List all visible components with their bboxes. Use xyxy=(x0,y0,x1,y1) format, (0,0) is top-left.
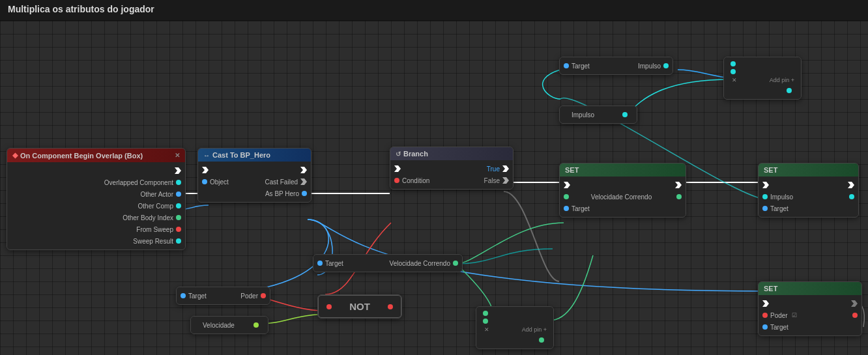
node-set-poder-header: SET xyxy=(759,282,861,295)
set-poder-pin-target: Target xyxy=(759,321,861,333)
node-velocidade-body: Velocidade xyxy=(191,317,268,334)
pin-other-comp[interactable] xyxy=(176,203,181,208)
pin-target-poder-in[interactable] xyxy=(181,293,186,298)
pin-overlapped-component[interactable] xyxy=(176,180,181,185)
addpin2-row3: ✕ Add pin + xyxy=(729,76,796,85)
node-overlap-body: Overlapped Component Other Actor Other C… xyxy=(7,162,185,249)
node-set-vel-body: Velocidade Correndo Target xyxy=(560,177,686,217)
pin-addpin1-out[interactable] xyxy=(539,337,544,343)
node-addpin1-body: ✕ Add pin + xyxy=(476,307,553,348)
pin-poder-in[interactable] xyxy=(762,313,768,318)
pin-sweep-result[interactable] xyxy=(176,238,181,244)
addpin2-add-label[interactable]: Add pin + xyxy=(770,77,794,83)
blueprint-canvas[interactable]: ◆ On Component Begin Overlap (Box) ✕ Ove… xyxy=(0,21,868,355)
node-branch-header: ↺ Branch xyxy=(390,147,513,160)
node-impulso-standalone[interactable]: Impulso xyxy=(559,106,637,124)
pin-not-in[interactable] xyxy=(326,304,332,309)
node-branch-title: Branch xyxy=(403,150,428,158)
addpin1-out-row xyxy=(482,334,548,346)
pin-condition-in[interactable] xyxy=(394,178,399,183)
node-target-vel[interactable]: Target Velocidade Correndo xyxy=(313,254,463,272)
branch-pin-condition: Condition False xyxy=(390,175,513,186)
addpin1-add-label[interactable]: Add pin + xyxy=(522,326,547,333)
node-target-poder-body: Target Poder xyxy=(177,287,270,304)
node-velocidade[interactable]: Velocidade xyxy=(190,316,268,334)
cast-exec-row xyxy=(198,164,311,176)
set-impulso-pin-impulso: Impulso xyxy=(759,191,858,203)
impulso-standalone-row: Impulso xyxy=(565,109,631,121)
pin-vel-correndo-node-out[interactable] xyxy=(453,261,458,266)
node-cast[interactable]: ↔ Cast To BP_Hero Object Cast Failed As … xyxy=(197,148,311,203)
target-vel-row: Target Velocidade Correndo xyxy=(313,257,462,269)
addpin2-row2 xyxy=(729,68,796,76)
node-overlap-header: ◆ On Component Begin Overlap (Box) ✕ xyxy=(7,149,185,162)
node-set-impulso[interactable]: SET Impulso Target xyxy=(758,163,859,218)
node-overlap[interactable]: ◆ On Component Begin Overlap (Box) ✕ Ove… xyxy=(7,148,186,250)
pin-addpin2-out[interactable] xyxy=(787,88,792,93)
pin-poder-set-out[interactable] xyxy=(852,313,858,318)
overlap-pin-otheractor: Other Actor xyxy=(7,188,185,200)
addpin1-row3: ✕ Add pin + xyxy=(482,325,548,334)
set-vel-exec-row xyxy=(560,179,686,191)
pin-addpin2-in1[interactable] xyxy=(731,61,736,66)
addpin1-row2 xyxy=(482,317,548,325)
pin-other-actor[interactable] xyxy=(176,192,181,197)
set-vel-pin-target: Target xyxy=(560,203,686,214)
pin-target-vel-in[interactable] xyxy=(317,261,323,266)
pin-vel-correndo-out[interactable] xyxy=(676,194,682,199)
node-set-vel[interactable]: SET Velocidade Correndo Target xyxy=(559,163,686,218)
pin-as-bp-hero[interactable] xyxy=(302,191,307,196)
overlap-pin-othercomp: Other Comp xyxy=(7,200,185,212)
pin-vel-correndo-in[interactable] xyxy=(564,194,569,199)
node-set-vel-title: SET xyxy=(565,166,579,174)
node-target-poder[interactable]: Target Poder xyxy=(176,287,270,305)
addpin2-row xyxy=(729,60,796,68)
node-overlap-title: On Component Begin Overlap (Box) xyxy=(20,152,143,160)
node-cast-header: ↔ Cast To BP_Hero xyxy=(198,149,311,162)
set-impulso-pin-target: Target xyxy=(759,203,858,214)
node-addpin2-body: ✕ Add pin + xyxy=(724,57,801,99)
node-not-label: NOT xyxy=(336,301,384,312)
pin-impulso-top-out[interactable] xyxy=(663,63,669,68)
node-set-vel-header: SET xyxy=(560,163,686,177)
pin-impulso-in[interactable] xyxy=(762,194,768,199)
pin-impulso-out[interactable] xyxy=(849,194,854,199)
pin-set-impulso-target[interactable] xyxy=(762,206,768,211)
page-title: Multiplica os atributos do jogador xyxy=(8,4,154,14)
pin-other-body-index[interactable] xyxy=(176,215,181,220)
node-target-impulso-top-body: Target Impulso xyxy=(560,57,673,74)
set-vel-pin-velcorrendo: Velocidade Correndo xyxy=(560,191,686,203)
node-not-body: NOT xyxy=(318,295,401,318)
node-cast-body: Object Cast Failed As BP Hero xyxy=(198,162,311,202)
node-set-impulso-header: SET xyxy=(759,163,858,177)
node-addpin1[interactable]: ✕ Add pin + xyxy=(476,306,554,349)
pin-poder-out[interactable] xyxy=(261,293,266,298)
pin-not-out[interactable] xyxy=(388,304,393,309)
velocidade-row: Velocidade xyxy=(196,319,263,331)
pin-cast-object-in[interactable] xyxy=(202,179,207,184)
pin-from-sweep[interactable] xyxy=(176,227,181,232)
target-poder-row: Target Poder xyxy=(177,290,270,302)
node-velocidade-label: Velocidade xyxy=(203,322,235,329)
pin-target-impulso-top-in[interactable] xyxy=(564,63,569,68)
pin-addpin1-in2[interactable] xyxy=(483,319,488,324)
cast-pin-asbphero: As BP Hero xyxy=(198,188,311,199)
overlap-pin-bodyindex: Other Body Index xyxy=(7,212,185,223)
addpin1-label: ✕ xyxy=(484,326,489,333)
overlap-pin-overlapped: Overlapped Component xyxy=(7,177,185,188)
node-set-poder[interactable]: SET Poder ☑ Target xyxy=(758,281,862,336)
overlap-exec-row xyxy=(7,165,185,177)
pin-addpin2-in2[interactable] xyxy=(731,69,736,74)
addpin1-row xyxy=(482,309,548,317)
cast-pin-object: Object Cast Failed xyxy=(198,176,311,188)
pin-velocidade-out[interactable] xyxy=(253,322,259,328)
pin-impulso-standalone[interactable] xyxy=(622,112,628,117)
node-impulso-standalone-body: Impulso xyxy=(560,106,637,123)
node-branch[interactable]: ↺ Branch True Condition False xyxy=(390,147,514,190)
node-not[interactable]: NOT xyxy=(317,294,402,319)
pin-set-vel-target[interactable] xyxy=(564,206,569,211)
node-target-impulso-top[interactable]: Target Impulso xyxy=(559,57,673,75)
pin-set-poder-target[interactable] xyxy=(762,324,768,330)
node-addpin2[interactable]: ✕ Add pin + xyxy=(723,57,802,100)
pin-addpin1-in1[interactable] xyxy=(483,311,488,316)
